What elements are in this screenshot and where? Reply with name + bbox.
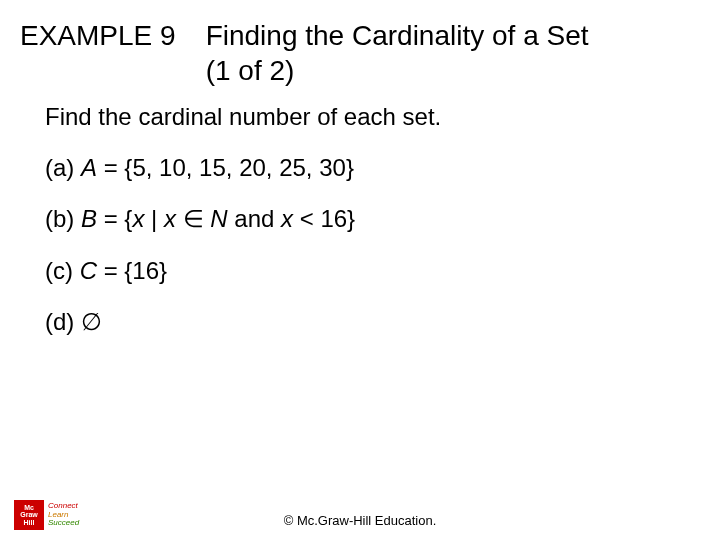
tag-connect: Connect xyxy=(48,501,78,510)
item-b-sp1 xyxy=(176,205,183,232)
item-d-prefix: (d) xyxy=(45,308,81,335)
slide-title: Finding the Cardinality of a Set (1 of 2… xyxy=(206,18,589,88)
title-line-2: (1 of 2) xyxy=(206,55,295,86)
slide-body: Find the cardinal number of each set. (a… xyxy=(0,98,720,340)
item-b-open: = { xyxy=(97,205,132,232)
copyright-text: © Mc.Graw-Hill Education. xyxy=(0,513,720,528)
item-b-var: B xyxy=(81,205,97,232)
slide: EXAMPLE 9 Finding the Cardinality of a S… xyxy=(0,0,720,540)
item-b-N: N xyxy=(210,205,227,232)
element-of-icon: ∈ xyxy=(183,205,204,232)
item-a-var: A xyxy=(81,154,97,181)
item-b-bar: | xyxy=(144,205,164,232)
item-d: (d) ∅ xyxy=(45,303,700,340)
item-b: (b) B = {x | x ∈ N and x < 16} xyxy=(45,200,700,237)
item-c-prefix: (c) xyxy=(45,257,80,284)
item-a-prefix: (a) xyxy=(45,154,81,181)
item-b-and: and xyxy=(228,205,281,232)
item-b-x3: x xyxy=(281,205,293,232)
slide-header: EXAMPLE 9 Finding the Cardinality of a S… xyxy=(0,0,720,98)
empty-set-icon: ∅ xyxy=(81,308,102,335)
item-c-rest: = {16} xyxy=(97,257,167,284)
item-b-x1: x xyxy=(132,205,144,232)
logo-l1: Mc xyxy=(24,504,34,511)
item-b-sp3 xyxy=(293,205,300,232)
instruction-text: Find the cardinal number of each set. xyxy=(45,98,700,135)
less-than-icon: < xyxy=(300,205,314,232)
item-b-prefix: (b) xyxy=(45,205,81,232)
example-label: EXAMPLE 9 xyxy=(20,18,176,52)
item-b-tail: 16} xyxy=(314,205,355,232)
item-c-var: C xyxy=(80,257,97,284)
item-a-rest: = {5, 10, 15, 20, 25, 30} xyxy=(97,154,354,181)
item-a: (a) A = {5, 10, 15, 20, 25, 30} xyxy=(45,149,700,186)
item-c: (c) C = {16} xyxy=(45,252,700,289)
item-b-x2: x xyxy=(164,205,176,232)
title-line-1: Finding the Cardinality of a Set xyxy=(206,20,589,51)
